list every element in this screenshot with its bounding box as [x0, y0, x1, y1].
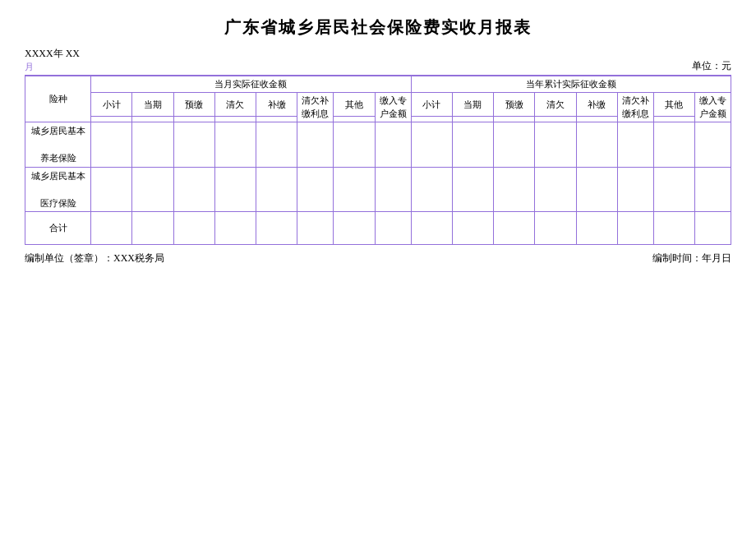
footer: 编制单位（签章）：XXX税务局 编制时间：年月日: [25, 251, 731, 265]
row-pension-label: 城乡居民基本养老保险: [25, 122, 91, 168]
total-g2-6: [617, 212, 653, 245]
col-sub-1-4b: [214, 117, 256, 122]
pension-g1-1: [91, 122, 132, 168]
col-sub-1-1: 小计: [91, 93, 132, 117]
total-g2-8: [695, 212, 731, 245]
pension-g2-2: [452, 122, 493, 168]
pension-g1-4: [214, 122, 256, 168]
col-sub-1-4: 清欠: [214, 93, 256, 117]
medical-g1-5: [256, 167, 297, 212]
total-g2-1: [411, 212, 452, 245]
medical-g1-1: [91, 167, 132, 212]
total-g2-7: [653, 212, 694, 245]
col-sub-2-5: 补缴: [576, 93, 617, 117]
col-sub-2-3b: [494, 117, 535, 122]
col-sub-1-7b: [334, 117, 375, 122]
footer-left: 编制单位（签章）：XXX税务局: [25, 251, 164, 265]
medical-g2-3: [494, 167, 535, 212]
medical-g2-4: [535, 167, 576, 212]
medical-g2-5: [576, 167, 617, 212]
medical-g1-8: [375, 167, 411, 212]
col-group1-header: 当月实际征收金额: [91, 76, 412, 93]
pension-g2-1: [411, 122, 452, 168]
pension-g1-6: [297, 122, 334, 168]
pension-g1-2: [132, 122, 173, 168]
pension-g1-7: [334, 122, 375, 168]
pension-g2-4: [535, 122, 576, 168]
pension-g2-8: [695, 122, 731, 168]
total-g2-4: [535, 212, 576, 245]
col-sub-2-2b: [452, 117, 493, 122]
col-sub-2-4b: [535, 117, 576, 122]
col-sub-1-3b: [173, 117, 214, 122]
col-sub-1-7: 其他: [334, 93, 375, 117]
total-g1-8: [375, 212, 411, 245]
pension-g2-5: [576, 122, 617, 168]
pension-g2-6: [617, 122, 653, 168]
pension-g1-5: [256, 122, 297, 168]
col-sub-1-5b: [256, 117, 297, 122]
medical-g1-6: [297, 167, 334, 212]
pension-g1-8: [375, 122, 411, 168]
medical-g2-2: [452, 167, 493, 212]
footer-right: 编制时间：年月日: [652, 251, 731, 265]
medical-g1-7: [334, 167, 375, 212]
month-label: 月: [25, 62, 34, 71]
pension-g1-3: [173, 122, 214, 168]
page-title: 广东省城乡居民社会保险费实收月报表: [25, 16, 731, 39]
pension-g2-3: [494, 122, 535, 168]
medical-g2-1: [411, 167, 452, 212]
total-g1-4: [214, 212, 256, 245]
col-sub-2-4: 清欠: [535, 93, 576, 117]
main-table: 险种 当月实际征收金额 当年累计实际征收金额 小计 当期 预缴 清欠 补缴 清欠…: [25, 76, 731, 245]
col-sub-1-2: 当期: [132, 93, 173, 117]
row-medical-label: 城乡居民基本医疗保险: [25, 167, 91, 212]
col-sub-1-3: 预缴: [173, 93, 214, 117]
col-sub-1-6: 清欠补缴利息: [297, 93, 334, 122]
col-group2-header: 当年累计实际征收金额: [411, 76, 731, 93]
col-header-insurance-type: 险种: [25, 76, 91, 122]
col-sub-1-5: 补缴: [256, 93, 297, 117]
col-sub-1-8: 缴入专户金额: [375, 93, 411, 122]
col-sub-2-3: 预缴: [494, 93, 535, 117]
total-g1-2: [132, 212, 173, 245]
unit-label: 单位：元: [692, 59, 731, 73]
total-g2-2: [452, 212, 493, 245]
pension-g2-7: [653, 122, 694, 168]
total-g1-1: [91, 212, 132, 245]
total-g2-3: [494, 212, 535, 245]
col-sub-2-5b: [576, 117, 617, 122]
col-sub-2-1b: [411, 117, 452, 122]
total-g2-5: [576, 212, 617, 245]
total-g1-7: [334, 212, 375, 245]
total-g1-3: [173, 212, 214, 245]
row-total-label: 合计: [25, 212, 91, 245]
header-row: XXXX年 XX 月 单位：元: [25, 47, 731, 73]
medical-g2-8: [695, 167, 731, 212]
medical-g1-2: [132, 167, 173, 212]
total-g1-6: [297, 212, 334, 245]
col-sub-1-1b: [91, 117, 132, 122]
col-sub-2-6: 清欠补缴利息: [617, 93, 653, 122]
medical-g1-3: [173, 167, 214, 212]
medical-g2-6: [617, 167, 653, 212]
medical-g2-7: [653, 167, 694, 212]
col-sub-2-1: 小计: [411, 93, 452, 117]
year-month-label: XXXX年 XX: [25, 48, 80, 59]
col-sub-1-2b: [132, 117, 173, 122]
col-sub-2-2: 当期: [452, 93, 493, 117]
total-g1-5: [256, 212, 297, 245]
col-sub-2-7: 其他: [653, 93, 694, 117]
col-sub-2-7b: [653, 117, 694, 122]
col-sub-2-8: 缴入专户金额: [695, 93, 731, 122]
medical-g1-4: [214, 167, 256, 212]
